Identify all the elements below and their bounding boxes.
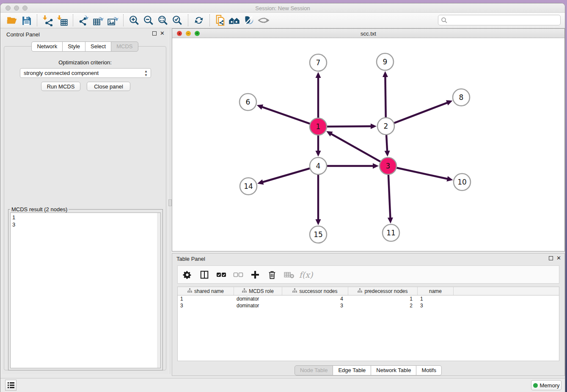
export-image-icon [107,15,118,26]
node-label-1: 1 [316,122,321,131]
table-cell[interactable]: 1 [418,295,454,302]
edge-3-11[interactable] [388,174,391,219]
panel-splitter[interactable] [169,29,171,374]
export-table-button[interactable] [91,14,105,27]
result-scrollbar[interactable] [157,213,160,368]
table-header-row: shared nameMCDS rolesuccessor nodesprede… [178,287,559,295]
gear-icon[interactable] [182,269,193,280]
network-titlebar[interactable]: x − + scc.txt [172,29,564,38]
save-session-button[interactable] [19,14,33,27]
zoom-fit-button[interactable] [156,14,170,27]
add-icon[interactable] [250,269,261,280]
network-graph[interactable]: 1234678910111415 [172,38,564,251]
edge-3-10[interactable] [396,168,449,179]
zoom-out-button[interactable] [141,14,156,27]
splitter-handle[interactable] [168,199,172,206]
export-image-button[interactable] [105,14,120,27]
table-row[interactable]: 1dominator411 [178,295,559,302]
search-input[interactable] [448,16,560,25]
close-panel-icon[interactable]: ✕ [160,31,165,36]
criterion-select[interactable]: strongly connected component ▲▼ [20,68,151,78]
edge-1-2[interactable] [326,126,372,127]
zoom-selected-button[interactable] [170,14,184,27]
arrowhead-icon [446,176,453,182]
apply-style-button[interactable] [242,14,256,27]
first-neighbors-button[interactable] [228,14,242,27]
close-panel-icon[interactable]: ✕ [556,256,561,260]
list-icon [7,381,15,389]
tab-motifs[interactable]: Motifs [416,365,442,375]
open-session-button[interactable] [5,14,19,27]
tab-select[interactable]: Select [85,41,111,52]
select-arrows-icon: ▲▼ [144,69,148,77]
node-label-6: 6 [246,98,250,106]
edge-2-3[interactable] [386,134,387,152]
table-row[interactable]: 3dominator323 [178,302,559,309]
table-cell[interactable]: 3 [178,302,234,309]
table-cell[interactable]: 1 [178,295,234,302]
tab-style[interactable]: Style [62,41,85,52]
node-table[interactable]: shared nameMCDS rolesuccessor nodesprede… [177,287,559,361]
function-builder-icon[interactable]: f(x) [300,269,311,280]
tree-column-icon [358,288,362,294]
tab-edge-table[interactable]: Edge Table [333,365,371,375]
edge-1-6[interactable] [261,107,311,124]
close-panel-button[interactable]: Close panel [87,82,130,91]
table-cell[interactable]: 4 [282,295,348,302]
edge-2-9[interactable] [385,76,385,119]
export-network-button[interactable] [77,14,91,27]
apply-style-icon [243,14,255,26]
tab-network[interactable]: Network [31,41,63,52]
table-cell[interactable]: 3 [418,302,454,309]
table-cell[interactable]: dominator [234,302,282,309]
zoom-fit-icon [157,15,168,26]
column-header-MCDS-role[interactable]: MCDS role [234,287,282,295]
arrowhead-icon [316,151,321,157]
network-title: scc.txt [172,30,564,37]
task-history-button[interactable] [5,380,17,391]
tab-network-table[interactable]: Network Table [371,365,416,375]
node-label-9: 9 [383,58,388,66]
memory-button[interactable]: Memory [531,380,561,390]
table-cell[interactable]: 2 [348,302,418,309]
refresh-layout-button[interactable] [192,14,206,27]
criterion-value: strongly connected component [24,70,99,76]
table-cell[interactable]: 1 [348,295,418,302]
search-field[interactable] [438,15,561,25]
node-label-15: 15 [314,230,323,239]
node-label-11: 11 [386,229,396,237]
tab-node-table[interactable]: Node Table [295,365,333,375]
tab-mcds[interactable]: MCDS [111,41,138,52]
mcds-result-text[interactable]: 1 3 [10,213,161,368]
select-all-icon[interactable] [216,269,227,280]
float-panel-icon[interactable] [152,31,157,36]
table-cell[interactable]: 3 [282,302,348,309]
node-label-2: 2 [384,122,388,130]
tree-column-icon [292,288,297,294]
show-hide-details-button[interactable] [256,14,271,27]
table-cell[interactable]: dominator [234,295,282,302]
run-mcds-button[interactable]: Run MCDS [41,82,80,91]
column-header-successor-nodes[interactable]: successor nodes [282,287,348,295]
zoom-in-button[interactable] [127,14,141,27]
delete-icon[interactable] [267,269,278,280]
edge-4-14[interactable] [262,168,311,182]
column-header-shared-name[interactable]: shared name [178,287,234,295]
column-label: successor nodes [299,288,337,294]
edge-2-8[interactable] [393,102,448,124]
zoom-in-icon [129,15,140,26]
duplicate-network-button[interactable] [213,14,228,27]
column-header-predecessor-nodes[interactable]: predecessor nodes [348,287,418,295]
columns-icon[interactable] [199,269,210,280]
network-frame: x − + scc.txt 1234678910111415 [172,28,565,251]
float-panel-icon[interactable] [549,256,553,260]
deselect-all-icon[interactable] [233,269,244,280]
delete-table-icon[interactable] [284,269,295,280]
import-network-button[interactable] [41,14,55,27]
edge-3-1[interactable] [330,133,382,162]
network-canvas[interactable]: 1234678910111415 [172,38,564,251]
import-table-button[interactable] [55,14,69,27]
arrowhead-icon [316,219,321,225]
column-header-name[interactable]: name [418,287,454,295]
node-label-14: 14 [244,182,253,190]
